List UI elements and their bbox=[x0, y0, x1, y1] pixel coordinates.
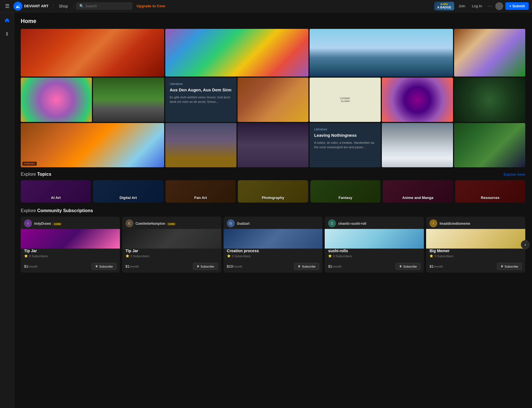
gallery-item-dragon[interactable] bbox=[21, 29, 164, 76]
upgrade-button[interactable]: Upgrade to Core bbox=[137, 4, 165, 8]
gallery-item-rose[interactable] bbox=[21, 78, 92, 122]
furiosa-tag: FURIOSA bbox=[22, 162, 37, 166]
lit-label-1: Literature bbox=[170, 82, 232, 85]
gallery-item-fantasy-girl[interactable] bbox=[454, 29, 525, 76]
gallery-item-elf[interactable] bbox=[238, 123, 309, 167]
sub-thumb-gudz bbox=[224, 229, 323, 249]
carousel-next-button[interactable]: › bbox=[521, 240, 530, 249]
subscribe-button-memer[interactable]: ♛ Subscribe bbox=[497, 263, 522, 270]
sub-card-cam: C CamiletteHampton CORE Tip Jar ⭐ 0 Subs… bbox=[122, 217, 221, 273]
sub-subscribers-sushi: ⭐ 0 Subscribers bbox=[325, 254, 424, 260]
login-button[interactable]: Log In bbox=[470, 4, 484, 8]
topic-card-digital[interactable]: Digital Art bbox=[93, 180, 163, 203]
sub-card-top-memer: I Imaddictedtomeme bbox=[426, 217, 525, 229]
core-badge-indy: CORE bbox=[53, 222, 62, 226]
gallery-item-literature-2[interactable]: Literature Leaving Nothingness A notice,… bbox=[310, 123, 381, 167]
logo[interactable]: DEVIANT ART bbox=[13, 2, 48, 11]
sub-username-memer: Imaddictedtomeme bbox=[440, 221, 470, 226]
sub-thumb-sushi bbox=[325, 229, 424, 249]
community-sub-label: Community Subscriptions bbox=[37, 208, 93, 213]
sub-card-memer: I Imaddictedtomeme Big Memer ⭐ 0 Subscri… bbox=[426, 217, 525, 273]
sub-subscribers-gudz: ⭐ 0 Subscribers bbox=[224, 254, 323, 260]
sub-subscribers-indy: ⭐ 0 Subscribers bbox=[21, 254, 120, 260]
lit-title-2: Leaving Nothingness bbox=[314, 133, 376, 138]
sub-avatar-memer: I bbox=[429, 219, 437, 227]
gallery-item-portrait[interactable] bbox=[165, 123, 236, 167]
gallery-item-forest[interactable] bbox=[93, 78, 164, 122]
gallery-grid: Literature Aus Den Augen, Aus Dem Sinn E… bbox=[21, 29, 525, 167]
topic-label-ai: AI Art bbox=[51, 196, 61, 200]
gallery-item-roots[interactable] bbox=[454, 78, 525, 122]
page-layout: Home Lite bbox=[0, 12, 532, 408]
gallery-item-mech[interactable]: FURIOSA bbox=[21, 123, 164, 167]
subscribe-button-indy[interactable]: ♛ Subscribe bbox=[92, 263, 117, 270]
svg-point-2 bbox=[6, 32, 8, 34]
sub-price-row-gudz: $10/month ♛ Subscribe bbox=[224, 260, 323, 273]
topic-card-photography[interactable]: Photography bbox=[238, 180, 308, 203]
subscribe-button-cam[interactable]: ♛ Subscribe bbox=[193, 263, 218, 270]
subscribe-button-gudz[interactable]: ♛ Subscribe bbox=[294, 263, 319, 270]
sub-thumb-indy bbox=[21, 229, 120, 249]
sub-price-indy: $1/month bbox=[24, 264, 38, 268]
sidebar-item-pin[interactable] bbox=[3, 29, 11, 38]
explore-topics-header: Explore Topics Explore more bbox=[21, 172, 525, 177]
earn-badge-line2: A BADGE bbox=[437, 6, 451, 9]
main-content: Home Lite bbox=[14, 12, 532, 408]
topic-card-ai[interactable]: AI Art bbox=[21, 180, 91, 203]
crown-icon-cam: ♛ bbox=[197, 265, 199, 268]
sub-name-memer: Big Memer bbox=[426, 249, 525, 254]
sub-card-sushi: C chaotic-sushi-roll sushi-rolls ⭐ 0 Sub… bbox=[325, 217, 424, 273]
community-subscriptions-section: Explore Community Subscriptions I IndyDr… bbox=[21, 208, 525, 273]
sub-price-row-cam: $1/month ♛ Subscribe bbox=[122, 260, 221, 273]
sub-price-row-indy: $1/month ♛ Subscribe bbox=[21, 260, 120, 273]
explore-label: Explore bbox=[21, 172, 36, 177]
search-input[interactable] bbox=[85, 4, 129, 8]
gallery-item-colorful[interactable] bbox=[165, 29, 309, 76]
topic-card-resources[interactable]: Resources bbox=[455, 180, 525, 203]
topic-card-fantasy[interactable]: Fantasy bbox=[310, 180, 380, 203]
sub-avatar-cam: C bbox=[126, 219, 133, 227]
sub-username-sushi: chaotic-sushi-roll bbox=[338, 221, 366, 226]
gallery-item-comic[interactable]: COSMICCLAWS bbox=[310, 78, 381, 122]
crown-icon-memer: ♛ bbox=[501, 265, 503, 268]
submit-button[interactable]: + Submit bbox=[505, 2, 529, 10]
search-box: 🔍 bbox=[76, 3, 132, 10]
sub-subscribers-cam: ⭐ 0 Subscribers bbox=[122, 254, 221, 260]
sub-name-sushi: sushi-rolls bbox=[325, 249, 424, 254]
community-subscriptions-title: Explore Community Subscriptions bbox=[21, 208, 525, 213]
user-avatar[interactable] bbox=[495, 2, 503, 10]
sub-username-indy: IndyDraws CORE bbox=[34, 221, 62, 226]
gallery-item-literature-1[interactable]: Literature Aus Den Augen, Aus Dem Sinn E… bbox=[165, 78, 236, 122]
shop-link[interactable]: Shop bbox=[55, 4, 71, 8]
search-icon: 🔍 bbox=[79, 4, 84, 8]
earn-badge-line1: EARN bbox=[441, 3, 448, 6]
gallery-item-lion[interactable] bbox=[382, 78, 453, 122]
sub-avatar-gudz: G bbox=[227, 219, 235, 227]
topic-label-photography: Photography bbox=[262, 196, 284, 200]
lit-text-1: Es gibt nicht wirklich einen Grund, Und … bbox=[170, 95, 232, 104]
topic-label-resources: Resources bbox=[481, 196, 500, 200]
sub-card-top-indy: I IndyDraws CORE bbox=[21, 217, 120, 229]
gallery-item-ocean[interactable] bbox=[382, 123, 453, 167]
earn-badge-button[interactable]: EARN A BADGE bbox=[434, 2, 454, 11]
topic-card-anime[interactable]: Anime and Manga bbox=[383, 180, 453, 203]
sub-card-top-gudz: G Gudzart bbox=[224, 217, 323, 229]
gallery-item-elephant[interactable] bbox=[454, 123, 525, 167]
subscribe-button-sushi[interactable]: ♛ Subscribe bbox=[396, 263, 421, 270]
hamburger-icon[interactable]: ☰ bbox=[3, 2, 11, 10]
crown-icon-sushi: ♛ bbox=[399, 265, 402, 268]
crown-icon-gudz: ♛ bbox=[298, 265, 301, 268]
lit-text-2: A notice, an edict, a treatise. Handwrit… bbox=[314, 140, 376, 150]
sub-name-indy: Tip Jar bbox=[21, 249, 120, 254]
join-button[interactable]: Join bbox=[456, 4, 468, 8]
topic-card-fan[interactable]: Fan Art bbox=[166, 180, 236, 203]
more-button[interactable]: ··· bbox=[487, 3, 493, 9]
sub-thumb-cam bbox=[122, 229, 221, 249]
gallery-item-warrior[interactable] bbox=[238, 78, 309, 122]
explore-more-link[interactable]: Explore more bbox=[504, 172, 525, 177]
gallery-item-city[interactable] bbox=[310, 29, 453, 76]
explore-topics-title: Explore Topics bbox=[21, 172, 51, 177]
sub-name-gudz: Creation process bbox=[224, 249, 323, 254]
sub-card-indy: I IndyDraws CORE Tip Jar ⭐ 0 Subscribers… bbox=[21, 217, 120, 273]
sidebar-item-home[interactable] bbox=[3, 16, 11, 25]
